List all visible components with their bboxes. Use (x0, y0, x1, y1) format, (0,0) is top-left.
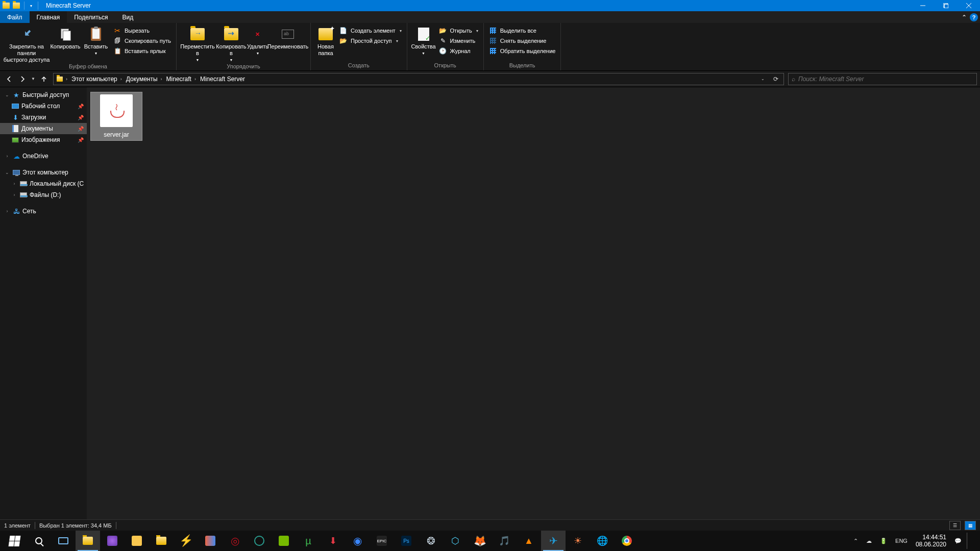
taskbar-taskview-button[interactable] (51, 531, 76, 551)
sidebar-quick-access[interactable]: ⌄★Быстрый доступ (0, 89, 87, 101)
delete-button[interactable]: ✕ Удалить▼ (247, 24, 268, 57)
paste-button[interactable]: Вставить▼ (81, 24, 111, 57)
qat-dropdown[interactable]: ▾ (28, 4, 34, 8)
up-button[interactable] (38, 73, 50, 85)
copy-to-button[interactable]: ⇢ Копировать в▼ (215, 24, 247, 63)
invert-selection-button[interactable]: Обратить выделение (488, 46, 557, 56)
taskbar-app-4[interactable]: ⚡ (174, 531, 198, 551)
refresh-button[interactable]: ⟳ (769, 73, 782, 85)
address-bar[interactable]: › Этот компьютер› Документы› Minecraft› … (53, 73, 784, 85)
breadcrumb-minecraft[interactable]: Minecraft› (164, 73, 198, 85)
edit-button: ✎Изменить (438, 36, 479, 45)
show-desktop-button[interactable] (967, 533, 975, 549)
taskbar-search-button[interactable] (27, 531, 51, 551)
taskbar-app-5[interactable] (198, 531, 223, 551)
taskbar-app-7[interactable] (247, 531, 272, 551)
taskbar-app-8[interactable] (272, 531, 296, 551)
qat-separator-2 (38, 2, 38, 10)
taskbar-explorer[interactable] (76, 531, 100, 551)
properties-icon (418, 28, 429, 41)
rename-button[interactable]: Переименовать (268, 24, 307, 50)
taskbar-app-16[interactable]: 🦊 (468, 531, 492, 551)
tray-battery-icon[interactable]: 🔋 (877, 538, 890, 544)
sidebar-pictures[interactable]: Изображения📌 (0, 134, 87, 145)
cut-button[interactable]: ✂Вырезать (112, 26, 172, 35)
ribbon-collapse-icon[interactable]: ⌃ (962, 14, 967, 21)
breadcrumb-documents[interactable]: Документы› (124, 73, 164, 85)
sidebar-onedrive[interactable]: ›☁OneDrive (0, 151, 87, 162)
tray-notifications-icon[interactable]: 💬 (951, 538, 965, 544)
move-to-button[interactable]: → Переместить в▼ (180, 24, 215, 63)
taskbar-app-19[interactable]: ✈ (541, 531, 566, 551)
taskbar-app-18[interactable]: ▲ (517, 531, 541, 551)
status-selected: Выбран 1 элемент: 34,4 МБ (39, 522, 112, 529)
breadcrumb-current[interactable]: Minecraft Server (198, 73, 247, 85)
minimize-button[interactable] (911, 0, 934, 11)
pin-to-quick-access-button[interactable]: Закрепить на панели быстрого доступа (3, 24, 50, 63)
tray-language[interactable]: ENG (892, 538, 911, 544)
copy-icon (61, 29, 70, 40)
app-icon (254, 536, 264, 546)
delete-icon: ✕ (255, 31, 260, 38)
tab-home[interactable]: Главная (30, 11, 67, 23)
view-details-button[interactable]: ☰ (949, 521, 961, 530)
taskbar-app-17[interactable]: 🎵 (492, 531, 517, 551)
taskbar-app-1[interactable] (100, 531, 125, 551)
properties-button[interactable]: Свойства▼ (410, 24, 437, 57)
copy-button[interactable]: Копировать (50, 24, 81, 50)
address-dropdown-button[interactable]: ⌄ (756, 73, 769, 85)
sidebar-local-disk[interactable]: ›Локальный диск (C (0, 178, 87, 189)
open-button[interactable]: 📂Открыть▾ (438, 26, 479, 35)
breadcrumb-this-pc[interactable]: Этот компьютер› (69, 73, 124, 85)
taskbar-app-6[interactable]: ◎ (223, 531, 247, 551)
sidebar-desktop[interactable]: Рабочий стол📌 (0, 101, 87, 112)
taskbar-app-2[interactable] (125, 531, 149, 551)
easy-access-button[interactable]: 📂Простой доступ▾ (338, 36, 403, 45)
tab-file[interactable]: Файл (0, 11, 30, 23)
forward-button[interactable] (16, 73, 29, 85)
taskbar-app-22[interactable] (615, 531, 639, 551)
breadcrumb-root-icon[interactable]: › (55, 73, 69, 85)
start-button[interactable] (2, 531, 27, 551)
tab-view[interactable]: Вид (115, 11, 140, 23)
taskbar-app-10[interactable]: ⬇ (321, 531, 345, 551)
sidebar-files-d[interactable]: ›Файлы (D:) (0, 189, 87, 201)
taskbar-app-20[interactable]: ☀ (566, 531, 590, 551)
tab-share[interactable]: Поделиться (67, 11, 115, 23)
navigation-pane[interactable]: ⌄★Быстрый доступ Рабочий стол📌 ⬇Загрузки… (0, 87, 87, 519)
tray-chevron[interactable]: ⌃ (850, 538, 861, 544)
sidebar-downloads[interactable]: ⬇Загрузки📌 (0, 112, 87, 123)
taskbar-app-21[interactable]: 🌐 (590, 531, 615, 551)
qat-folder-icon[interactable] (12, 2, 20, 10)
taskbar-app-12[interactable]: EPIC (370, 531, 394, 551)
file-item[interactable]: server.jar (91, 92, 142, 140)
select-all-button[interactable]: Выделить все (488, 26, 557, 35)
taskbar-app-9[interactable]: µ (296, 531, 321, 551)
view-icons-button[interactable]: ▦ (965, 521, 976, 530)
back-button[interactable] (3, 73, 15, 85)
taskbar-app-14[interactable]: ❂ (419, 531, 443, 551)
new-folder-button[interactable]: Новая папка (314, 24, 337, 57)
history-button[interactable]: 🕑Журнал (438, 46, 479, 56)
tray-onedrive-icon[interactable]: ☁ (863, 538, 875, 544)
copy-path-button[interactable]: 🗐Скопировать путь (112, 36, 172, 45)
taskbar-app-15[interactable]: ⬡ (443, 531, 468, 551)
help-icon[interactable]: ? (970, 13, 978, 21)
taskbar-app-3[interactable] (149, 531, 174, 551)
file-list[interactable]: server.jar (87, 87, 980, 519)
search-box[interactable]: ⌕ (788, 73, 977, 85)
taskbar-app-11[interactable]: ◉ (345, 531, 370, 551)
sidebar-this-pc[interactable]: ⌄Этот компьютер (0, 167, 87, 178)
open-icon: 📂 (439, 27, 447, 35)
taskbar-app-13[interactable]: Ps (394, 531, 419, 551)
search-input[interactable] (798, 76, 973, 83)
maximize-button[interactable] (934, 0, 957, 11)
sidebar-network[interactable]: ›🖧Сеть (0, 206, 87, 217)
paste-shortcut-button[interactable]: 📋Вставить ярлык (112, 46, 172, 56)
close-button[interactable] (957, 0, 980, 11)
select-none-button[interactable]: Снять выделение (488, 36, 557, 45)
new-item-button[interactable]: 📄Создать элемент▾ (338, 26, 403, 35)
sidebar-documents[interactable]: Документы📌 (0, 123, 87, 134)
recent-locations-button[interactable]: ▼ (30, 73, 37, 85)
tray-clock[interactable]: 14:44:51 08.06.2020 (913, 534, 949, 548)
